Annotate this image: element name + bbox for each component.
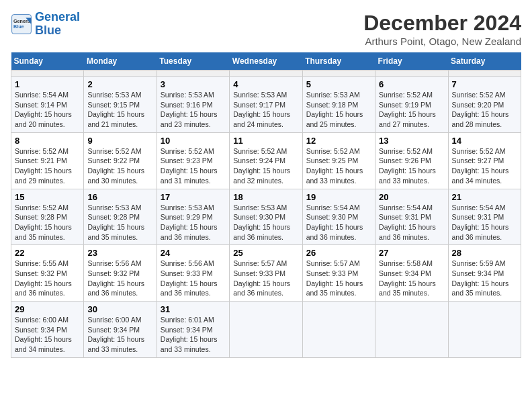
day-data: Sunrise: 5:56 AM Sunset: 9:32 PM Dayligh… — [87, 259, 152, 298]
header-saturday: Saturday — [448, 52, 521, 71]
location-title: Arthurs Point, Otago, New Zealand — [363, 36, 521, 47]
day-number: 17 — [161, 192, 226, 202]
day-data: Sunrise: 5:52 AM Sunset: 9:21 PM Dayligh… — [15, 146, 80, 186]
calendar-cell: 19 Sunrise: 5:54 AM Sunset: 9:30 PM Dayl… — [302, 189, 375, 245]
sunset-label: Sunset: 9:30 PM — [306, 213, 359, 221]
logo: General Blue General Blue — [11, 11, 80, 38]
day-data: Sunrise: 5:54 AM Sunset: 9:14 PM Dayligh… — [15, 90, 80, 130]
calendar-cell: 14 Sunrise: 5:52 AM Sunset: 9:27 PM Dayl… — [448, 132, 521, 189]
calendar-cell: 10 Sunrise: 5:52 AM Sunset: 9:23 PM Dayl… — [157, 132, 229, 189]
day-data: Sunrise: 5:52 AM Sunset: 9:25 PM Dayligh… — [306, 146, 371, 186]
day-data: Sunrise: 5:52 AM Sunset: 9:24 PM Dayligh… — [233, 146, 298, 186]
sunset-label: Sunset: 9:33 PM — [306, 269, 359, 277]
sunset-label: Sunset: 9:15 PM — [87, 101, 140, 109]
sunrise-label: Sunrise: 5:53 AM — [87, 91, 141, 99]
daylight-label: Daylight: 15 hours and 35 minutes. — [15, 223, 72, 241]
daylight-label: Daylight: 15 hours and 28 minutes. — [452, 110, 509, 128]
sunrise-label: Sunrise: 5:52 AM — [452, 147, 506, 155]
sunset-label: Sunset: 9:34 PM — [15, 326, 67, 334]
day-data: Sunrise: 5:52 AM Sunset: 9:20 PM Dayligh… — [452, 90, 517, 130]
day-data: Sunrise: 6:00 AM Sunset: 9:34 PM Dayligh… — [15, 315, 80, 355]
daylight-label: Daylight: 15 hours and 36 minutes. — [233, 223, 290, 241]
sunrise-label: Sunrise: 6:00 AM — [15, 316, 69, 324]
sunrise-label: Sunrise: 5:53 AM — [306, 91, 360, 99]
day-data: Sunrise: 5:53 AM Sunset: 9:30 PM Dayligh… — [233, 203, 298, 242]
calendar-cell: 15 Sunrise: 5:52 AM Sunset: 9:28 PM Dayl… — [11, 189, 84, 245]
calendar-cell: 4 Sunrise: 5:53 AM Sunset: 9:17 PM Dayli… — [230, 77, 302, 133]
header-wednesday: Wednesday — [230, 52, 302, 71]
day-number: 25 — [233, 248, 298, 258]
day-data: Sunrise: 5:53 AM Sunset: 9:18 PM Dayligh… — [306, 90, 371, 130]
sunset-label: Sunset: 9:28 PM — [87, 213, 140, 221]
calendar-cell: 3 Sunrise: 5:53 AM Sunset: 9:16 PM Dayli… — [157, 77, 229, 133]
day-data: Sunrise: 5:52 AM Sunset: 9:22 PM Dayligh… — [87, 146, 152, 186]
day-number: 30 — [87, 304, 152, 314]
day-number: 20 — [379, 192, 444, 202]
sunrise-label: Sunrise: 5:56 AM — [87, 259, 141, 267]
daylight-label: Daylight: 15 hours and 36 minutes. — [161, 279, 218, 298]
month-title: December 2024 — [363, 11, 521, 36]
sunrise-label: Sunrise: 5:59 AM — [452, 259, 506, 267]
calendar-cell: 16 Sunrise: 5:53 AM Sunset: 9:28 PM Dayl… — [84, 189, 157, 245]
day-data: Sunrise: 5:52 AM Sunset: 9:19 PM Dayligh… — [379, 90, 444, 130]
day-data: Sunrise: 5:53 AM Sunset: 9:15 PM Dayligh… — [87, 90, 152, 130]
day-number: 23 — [87, 248, 152, 258]
calendar-cell: 29 Sunrise: 6:00 AM Sunset: 9:34 PM Dayl… — [11, 302, 84, 358]
day-number: 26 — [306, 248, 371, 258]
sunrise-label: Sunrise: 5:54 AM — [306, 203, 360, 212]
day-data: Sunrise: 5:53 AM Sunset: 9:17 PM Dayligh… — [233, 90, 298, 130]
sunset-label: Sunset: 9:34 PM — [87, 326, 140, 334]
day-number: 16 — [87, 192, 152, 202]
page-header: General Blue General Blue December 2024 … — [11, 11, 521, 47]
day-number: 31 — [161, 304, 226, 314]
day-number: 18 — [233, 192, 298, 202]
calendar-cell — [230, 71, 302, 77]
sunset-label: Sunset: 9:14 PM — [15, 101, 67, 109]
day-data: Sunrise: 5:52 AM Sunset: 9:23 PM Dayligh… — [161, 146, 226, 186]
calendar-cell: 21 Sunrise: 5:54 AM Sunset: 9:31 PM Dayl… — [448, 189, 521, 245]
daylight-label: Daylight: 15 hours and 30 minutes. — [87, 167, 144, 185]
calendar-cell — [230, 302, 302, 358]
sunset-label: Sunset: 9:32 PM — [87, 269, 140, 277]
title-section: December 2024 Arthurs Point, Otago, New … — [363, 11, 521, 47]
calendar-cell: 7 Sunrise: 5:52 AM Sunset: 9:20 PM Dayli… — [448, 77, 521, 133]
day-data: Sunrise: 5:53 AM Sunset: 9:16 PM Dayligh… — [161, 90, 226, 130]
sunset-label: Sunset: 9:24 PM — [233, 156, 285, 165]
sunrise-label: Sunrise: 5:55 AM — [15, 259, 69, 267]
header-thursday: Thursday — [302, 52, 375, 71]
day-number: 14 — [452, 136, 517, 146]
sunrise-label: Sunrise: 5:52 AM — [452, 91, 506, 99]
sunset-label: Sunset: 9:27 PM — [452, 156, 504, 165]
day-number: 3 — [161, 79, 226, 89]
sunset-label: Sunset: 9:16 PM — [161, 101, 213, 109]
daylight-label: Daylight: 15 hours and 36 minutes. — [87, 279, 144, 298]
sunset-label: Sunset: 9:28 PM — [15, 213, 67, 221]
sunrise-label: Sunrise: 5:57 AM — [233, 259, 287, 267]
day-data: Sunrise: 5:54 AM Sunset: 9:31 PM Dayligh… — [452, 203, 517, 242]
day-number: 2 — [87, 79, 152, 89]
calendar-cell — [375, 71, 448, 77]
header-tuesday: Tuesday — [157, 52, 229, 71]
calendar-header-row: SundayMondayTuesdayWednesdayThursdayFrid… — [11, 52, 521, 71]
day-data: Sunrise: 5:52 AM Sunset: 9:26 PM Dayligh… — [379, 146, 444, 186]
calendar-cell: 9 Sunrise: 5:52 AM Sunset: 9:22 PM Dayli… — [84, 132, 157, 189]
sunrise-label: Sunrise: 6:00 AM — [87, 316, 141, 324]
day-data: Sunrise: 5:58 AM Sunset: 9:34 PM Dayligh… — [379, 259, 444, 298]
daylight-label: Daylight: 15 hours and 32 minutes. — [233, 167, 290, 185]
sunset-label: Sunset: 9:32 PM — [15, 269, 67, 277]
day-data: Sunrise: 5:53 AM Sunset: 9:28 PM Dayligh… — [87, 203, 152, 242]
calendar-week-5: 29 Sunrise: 6:00 AM Sunset: 9:34 PM Dayl… — [11, 302, 521, 358]
day-number: 27 — [379, 248, 444, 258]
daylight-label: Daylight: 15 hours and 24 minutes. — [233, 110, 290, 128]
sunrise-label: Sunrise: 6:01 AM — [161, 316, 214, 324]
calendar-cell: 23 Sunrise: 5:56 AM Sunset: 9:32 PM Dayl… — [84, 245, 157, 302]
day-data: Sunrise: 6:00 AM Sunset: 9:34 PM Dayligh… — [87, 315, 152, 355]
daylight-label: Daylight: 15 hours and 33 minutes. — [87, 335, 144, 353]
calendar-cell — [302, 71, 375, 77]
sunset-label: Sunset: 9:23 PM — [161, 156, 213, 165]
sunrise-label: Sunrise: 5:54 AM — [379, 203, 433, 212]
daylight-label: Daylight: 15 hours and 35 minutes. — [379, 279, 436, 298]
calendar-cell: 22 Sunrise: 5:55 AM Sunset: 9:32 PM Dayl… — [11, 245, 84, 302]
sunset-label: Sunset: 9:31 PM — [452, 213, 504, 221]
day-number: 7 — [452, 79, 517, 89]
